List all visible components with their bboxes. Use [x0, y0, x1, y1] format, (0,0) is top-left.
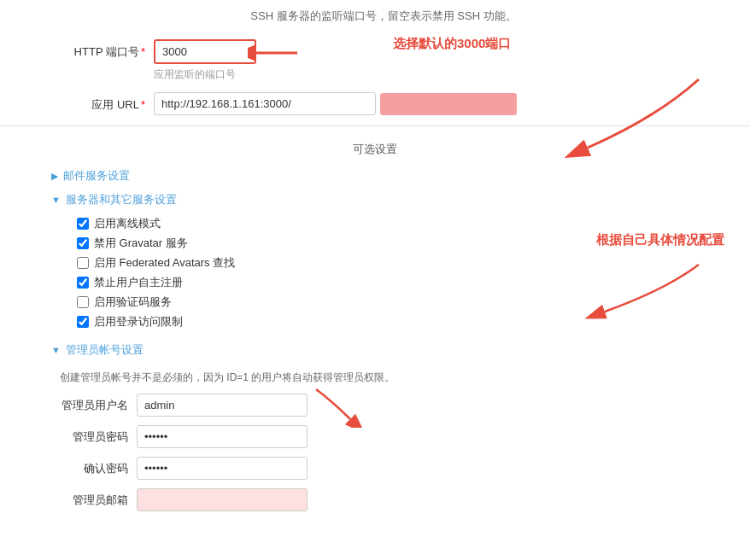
- mail-section-label: 邮件服务设置: [63, 168, 130, 184]
- checkbox-no-register[interactable]: [77, 277, 89, 289]
- admin-account-section[interactable]: ▼ 管理员帐号设置: [51, 338, 699, 362]
- checkbox-login-limit-row: 启用登录访问限制: [77, 314, 699, 330]
- mail-arrow-icon: ▶: [51, 171, 58, 182]
- ssh-hint-text: SSH 服务器的监听端口号，留空表示禁用 SSH 功能。: [0, 9, 750, 24]
- admin-username-input[interactable]: [137, 394, 308, 417]
- checkbox-login-limit-label: 启用登录访问限制: [94, 314, 183, 330]
- checkbox-gravatar[interactable]: [77, 237, 89, 249]
- admin-confirm-label: 确认密码: [51, 461, 137, 476]
- app-url-label: 应用 URL*: [51, 92, 154, 113]
- http-arrow-icon: [248, 43, 299, 63]
- admin-arrow-icon: ▼: [51, 345, 61, 355]
- checkbox-captcha[interactable]: [77, 296, 89, 308]
- http-port-hint: 应用监听的端口号: [154, 67, 699, 82]
- admin-password-row: 管理员密码: [51, 425, 699, 448]
- checkbox-no-register-row: 禁止用户自主注册: [77, 275, 699, 290]
- optional-section-header: 可选设置: [0, 135, 750, 164]
- http-port-label: HTTP 端口号*: [51, 39, 154, 60]
- checkbox-federated-label: 启用 Federated Avatars 查找: [94, 255, 235, 271]
- checkbox-federated-row: 启用 Federated Avatars 查找: [77, 255, 699, 271]
- app-url-input[interactable]: [154, 92, 376, 115]
- checkbox-login-limit[interactable]: [77, 316, 89, 328]
- checkbox-federated[interactable]: [77, 257, 89, 269]
- server-service-section[interactable]: ▼ 服务器和其它服务设置: [51, 188, 699, 212]
- admin-hint-text: 创建管理员帐号并不是必须的，因为 ID=1 的用户将自动获得管理员权限。: [51, 370, 699, 385]
- http-port-row: HTTP 端口号* 应用监听的端口号 选择默认的3000端口: [51, 39, 699, 82]
- mail-service-section[interactable]: ▶ 邮件服务设置: [51, 164, 699, 188]
- checkbox-offline-label: 启用离线模式: [94, 216, 161, 231]
- checkbox-offline-row: 启用离线模式: [77, 216, 699, 231]
- server-annotation-label: 根据自己具体情况配置: [596, 230, 724, 250]
- admin-password-label: 管理员密码: [51, 429, 137, 445]
- admin-password-input[interactable]: [137, 425, 308, 448]
- admin-email-row: 管理员邮箱: [51, 488, 699, 511]
- checkbox-captcha-row: 启用验证码服务: [77, 295, 699, 310]
- http-port-input[interactable]: [154, 39, 256, 64]
- checkbox-gravatar-label: 禁用 Gravatar 服务: [94, 236, 188, 251]
- app-url-content: [154, 92, 699, 115]
- admin-arrow-annotation-icon: [308, 385, 376, 428]
- url-blurred-overlay: [380, 93, 517, 115]
- app-url-row: 应用 URL*: [51, 92, 699, 115]
- admin-email-label: 管理员邮箱: [51, 493, 137, 508]
- admin-confirm-row: 确认密码: [51, 457, 699, 480]
- server-arrow-icon: ▼: [51, 195, 61, 205]
- admin-email-input[interactable]: [137, 488, 308, 511]
- http-annotation-label: 选择默认的3000端口: [393, 36, 511, 52]
- checkbox-captcha-label: 启用验证码服务: [94, 295, 172, 310]
- checkbox-offline[interactable]: [77, 218, 89, 230]
- admin-username-row: 管理员用户名: [51, 394, 699, 417]
- checkbox-no-register-label: 禁止用户自主注册: [94, 275, 183, 290]
- admin-username-label: 管理员用户名: [51, 398, 137, 413]
- admin-confirm-input[interactable]: [137, 457, 308, 480]
- server-section-label: 服务器和其它服务设置: [66, 192, 177, 207]
- admin-section-label: 管理员帐号设置: [66, 342, 144, 358]
